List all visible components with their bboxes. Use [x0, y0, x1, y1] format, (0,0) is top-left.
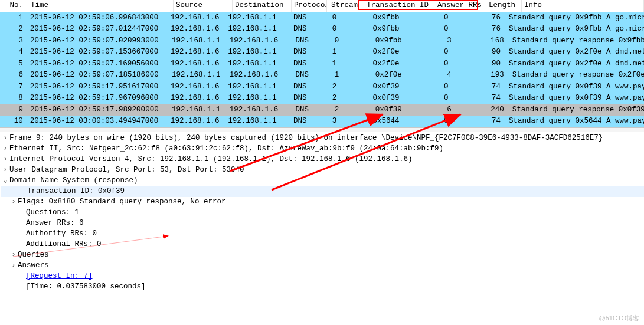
- cell-no: 1: [0, 12, 28, 24]
- cell-dst: 192.168.1.1: [225, 12, 283, 24]
- cell-stream: 0: [317, 12, 351, 24]
- col-no-header[interactable]: No.: [0, 0, 28, 12]
- tree-dns-authority-rrs[interactable]: Authority RRs: 0: [1, 229, 644, 239]
- packet-row[interactable]: 12015-06-12 02:59:06.996843000192.168.1.…: [0, 12, 644, 24]
- col-transaction-id-header[interactable]: Transaction ID: [362, 0, 433, 12]
- cell-time: 2015-06-12 02:59:17.989200000: [28, 104, 169, 116]
- cell-time: 2015-06-12 02:59:07.169056000: [28, 58, 168, 70]
- cell-proto: DNS: [283, 93, 317, 104]
- expand-icon[interactable]: ›: [1, 165, 9, 176]
- cell-stream: 2: [317, 93, 351, 104]
- cell-tid: 0x0f39: [352, 93, 420, 104]
- tree-frame[interactable]: ›Frame 9: 240 bytes on wire (1920 bits),…: [1, 133, 644, 144]
- col-destination-header[interactable]: Destination: [233, 0, 292, 12]
- cell-len: 74: [472, 81, 506, 93]
- packet-list-header[interactable]: No. Time Source Destination Protocol Str…: [0, 0, 644, 12]
- cell-arr: 0: [420, 12, 472, 24]
- tree-dns-queries[interactable]: ›Queries: [1, 250, 644, 261]
- col-source-header[interactable]: Source: [174, 0, 233, 12]
- cell-len: 90: [472, 58, 506, 70]
- tree-text-link[interactable]: [Request In: 7]: [26, 271, 93, 282]
- cell-src: 192.168.1.1: [169, 70, 227, 81]
- packet-list-body[interactable]: 12015-06-12 02:59:06.996843000192.168.1.…: [0, 12, 644, 127]
- tree-text: Additional RRs: 0: [26, 239, 102, 250]
- packet-row[interactable]: 92015-06-12 02:59:17.989200000192.168.1.…: [0, 104, 644, 116]
- tree-dns-transaction-id[interactable]: Transaction ID: 0x0f39: [1, 186, 644, 197]
- cell-len: 74: [472, 116, 506, 127]
- col-length-header[interactable]: Length: [486, 0, 522, 12]
- collapse-icon[interactable]: ⌄: [1, 176, 9, 186]
- packet-row[interactable]: 22015-06-12 02:59:07.012447000192.168.1.…: [0, 24, 644, 35]
- cell-time: 2015-06-12 02:59:07.153667000: [28, 47, 168, 58]
- cell-info: Standard query response 0x9fbb: [510, 35, 644, 47]
- cell-tid: 0x5644: [352, 116, 420, 127]
- tree-text: Ethernet II, Src: Netgear_2c:62:f8 (a0:6…: [9, 144, 443, 155]
- cell-stream: 0: [317, 24, 351, 35]
- col-time-header[interactable]: Time: [28, 0, 174, 12]
- expand-icon[interactable]: ›: [1, 155, 9, 165]
- cell-no: 8: [0, 93, 28, 104]
- cell-len: 90: [472, 47, 506, 58]
- cell-stream: 1: [319, 70, 354, 81]
- cell-tid: 0x9fbb: [354, 35, 423, 47]
- cell-arr: 4: [423, 70, 475, 81]
- expand-icon[interactable]: ›: [1, 144, 9, 155]
- cell-stream: 0: [319, 35, 354, 47]
- cell-info: Standard query response 0x0f39: [510, 104, 644, 116]
- cell-arr: 0: [420, 58, 472, 70]
- tree-dns-questions[interactable]: Questions: 1: [1, 208, 644, 218]
- packet-row[interactable]: 72015-06-12 02:59:17.951617000192.168.1.…: [0, 81, 644, 93]
- packet-row[interactable]: 32015-06-12 02:59:07.020993000192.168.1.…: [0, 35, 644, 47]
- tree-dns-answers[interactable]: ›Answers: [1, 261, 644, 271]
- col-stream-header[interactable]: Stream: [327, 0, 362, 12]
- expand-icon[interactable]: ›: [9, 197, 18, 208]
- cell-arr: 6: [423, 104, 475, 116]
- cell-src: 192.168.1.6: [168, 93, 225, 104]
- expand-icon[interactable]: ›: [9, 250, 18, 261]
- cell-info: Standard query 0x9fbb A go.micr: [506, 24, 644, 35]
- packet-row[interactable]: 52015-06-12 02:59:07.169056000192.168.1.…: [0, 58, 644, 70]
- cell-arr: 0: [420, 24, 472, 35]
- tree-dns-request-in[interactable]: [Request In: 7]: [1, 271, 644, 282]
- col-answer-rrs-header[interactable]: Answer RRs: [433, 0, 486, 12]
- cell-proto: DNS: [283, 116, 317, 127]
- cell-stream: 3: [317, 116, 351, 127]
- tree-text: Frame 9: 240 bytes on wire (1920 bits), …: [9, 133, 603, 144]
- cell-no: 4: [0, 47, 28, 58]
- tree-dns-additional-rrs[interactable]: Additional RRs: 0: [1, 239, 644, 250]
- packet-row[interactable]: 42015-06-12 02:59:07.153667000192.168.1.…: [0, 47, 644, 58]
- tree-dns-time[interactable]: [Time: 0.037583000 seconds]: [1, 282, 644, 293]
- cell-arr: 0: [420, 116, 472, 127]
- col-protocol-header[interactable]: Protocol: [292, 0, 327, 12]
- cell-proto: DNS: [283, 81, 317, 93]
- tree-ip[interactable]: ›Internet Protocol Version 4, Src: 192.1…: [1, 155, 644, 165]
- packet-details-pane[interactable]: ›Frame 9: 240 bytes on wire (1920 bits),…: [0, 132, 644, 293]
- tree-text: Internet Protocol Version 4, Src: 192.16…: [9, 155, 413, 165]
- cell-len: 76: [472, 12, 506, 24]
- cell-stream: 2: [319, 104, 354, 116]
- cell-tid: 0x2f0e: [352, 47, 420, 58]
- cell-src: 192.168.1.6: [168, 24, 225, 35]
- tree-ethernet[interactable]: ›Ethernet II, Src: Netgear_2c:62:f8 (a0:…: [1, 144, 644, 155]
- cell-arr: 0: [420, 81, 472, 93]
- tree-dns-answer-rrs[interactable]: Answer RRs: 6: [1, 218, 644, 229]
- cell-no: 7: [0, 81, 28, 93]
- cell-no: 6: [0, 70, 28, 81]
- col-info-header[interactable]: Info: [522, 0, 644, 12]
- expand-icon[interactable]: ›: [1, 133, 9, 144]
- tree-text: Questions: 1: [26, 208, 79, 218]
- cell-time: 2015-06-12 02:59:07.185186000: [28, 70, 169, 81]
- tree-text: [Time: 0.037583000 seconds]: [26, 282, 146, 293]
- cell-src: 192.168.1.6: [168, 116, 225, 127]
- packet-row[interactable]: 102015-06-12 03:00:03.494947000192.168.1…: [0, 116, 644, 127]
- tree-dns[interactable]: ⌄Domain Name System (response): [1, 176, 644, 186]
- packet-row[interactable]: 62015-06-12 02:59:07.185186000192.168.1.…: [0, 70, 644, 81]
- horizontal-splitter[interactable]: [0, 127, 644, 132]
- cell-dst: 192.168.1.6: [227, 35, 285, 47]
- packet-row[interactable]: 82015-06-12 02:59:17.967096000192.168.1.…: [0, 93, 644, 104]
- expand-icon[interactable]: ›: [9, 261, 18, 271]
- cell-arr: 3: [423, 35, 475, 47]
- tree-udp[interactable]: ›User Datagram Protocol, Src Port: 53, D…: [1, 165, 644, 176]
- tree-dns-flags[interactable]: ›Flags: 0x8180 Standard query response, …: [1, 197, 644, 208]
- cell-stream: 2: [317, 81, 351, 93]
